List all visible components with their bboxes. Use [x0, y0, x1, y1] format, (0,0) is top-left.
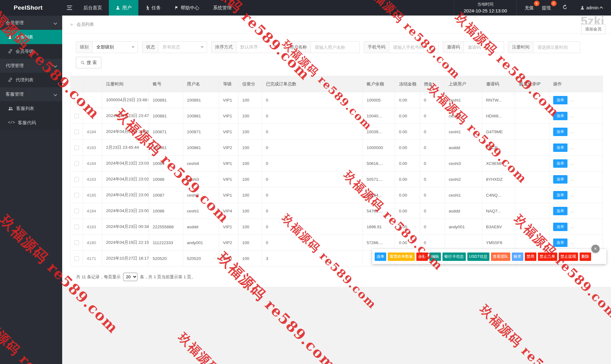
- cell-time: 2024年04月23日 23:46:57: [102, 124, 149, 140]
- nav-item-system[interactable]: 系统管理: [206, 0, 238, 16]
- cell-level: VIP1: [219, 156, 238, 171]
- more-actions[interactable]: ...: [570, 113, 574, 118]
- cell-last_ip: [515, 235, 549, 251]
- more-actions[interactable]: ...: [570, 208, 574, 213]
- more-actions[interactable]: ...: [570, 129, 574, 134]
- liandan-button[interactable]: 连单: [553, 96, 567, 104]
- cell-credit: 100: [238, 124, 262, 140]
- liandan-button[interactable]: 连单: [553, 207, 567, 215]
- liandan-button[interactable]: 连单: [553, 175, 567, 184]
- admin-menu[interactable]: admin: [580, 5, 603, 10]
- action-button[interactable]: 查看团队: [491, 253, 510, 261]
- liandan-button[interactable]: 连单: [553, 239, 567, 247]
- phone-input[interactable]: [389, 42, 438, 53]
- username-input[interactable]: [311, 42, 359, 53]
- invite-input[interactable]: [464, 42, 504, 53]
- sidebar-group-members[interactable]: 会员管理: [0, 16, 62, 30]
- action-button[interactable]: 删除: [580, 253, 591, 261]
- action-button[interactable]: 重置抢单数量: [388, 253, 415, 261]
- close-icon[interactable]: ×: [591, 245, 599, 253]
- status-value: 所有状态: [159, 42, 184, 53]
- cell-id: [83, 92, 102, 108]
- more-actions[interactable]: ...: [570, 177, 574, 181]
- row-checkbox[interactable]: [74, 193, 79, 198]
- regtime-input[interactable]: [534, 42, 580, 53]
- more-actions[interactable]: ...: [570, 161, 574, 166]
- row-checkbox[interactable]: [74, 161, 79, 166]
- recharge-link[interactable]: 充值 6: [525, 5, 534, 11]
- liandan-button[interactable]: 连单: [553, 128, 567, 136]
- code-icon: </>: [8, 121, 15, 125]
- liandan-button[interactable]: 连单: [553, 191, 567, 199]
- row-checkbox[interactable]: [74, 256, 79, 261]
- sidebar-item-member-list[interactable]: 会员列表: [0, 30, 62, 44]
- search-button[interactable]: 搜 索: [76, 57, 101, 68]
- cell-invite: NAQ7...: [482, 203, 515, 219]
- more-actions[interactable]: ...: [570, 98, 574, 102]
- nav-item-tasks[interactable]: 任务: [138, 0, 168, 16]
- action-button[interactable]: 禁用: [525, 253, 536, 261]
- nav-item-help[interactable]: 帮助中心: [168, 0, 206, 16]
- refresh-icon[interactable]: [562, 4, 568, 11]
- row-checkbox[interactable]: [74, 130, 79, 134]
- nav-item-users[interactable]: 用户: [109, 0, 138, 16]
- cell-level: VIP2: [219, 235, 238, 251]
- action-button[interactable]: 连单: [375, 253, 386, 261]
- row-checkbox[interactable]: [74, 114, 79, 118]
- action-button[interactable]: 银行卡信息: [442, 253, 466, 261]
- user-icon: [116, 6, 120, 10]
- sidebar-item-member-level[interactable]: 会员等级: [0, 44, 62, 58]
- sort-select[interactable]: 排序方式 默认排序: [211, 41, 281, 53]
- sidebar-label: 客服管理: [6, 91, 24, 97]
- row-checkbox[interactable]: [74, 145, 79, 150]
- cell-commission: 0: [420, 187, 445, 203]
- nav-item-home[interactable]: 后台首页: [76, 0, 109, 16]
- sidebar-item-service-list[interactable]: 客服列表: [0, 101, 62, 116]
- cell-username: ceshi4: [183, 156, 219, 171]
- cell-account: 10088: [149, 171, 183, 187]
- flag-icon: [174, 6, 178, 10]
- liandan-button[interactable]: 连单: [553, 223, 567, 231]
- sidebar-group-service[interactable]: 客服管理: [0, 87, 62, 101]
- row-checkbox[interactable]: [74, 225, 79, 229]
- sidebar-item-service-code[interactable]: </> 客服代码: [0, 116, 62, 130]
- cell-last_ip: [515, 124, 549, 140]
- row-checkbox[interactable]: [74, 177, 79, 182]
- more-actions[interactable]: ...: [570, 145, 574, 150]
- action-button[interactable]: 余额: [416, 253, 428, 261]
- liandan-button[interactable]: 连单: [553, 159, 567, 168]
- add-member-button[interactable]: 添加会员: [581, 24, 605, 34]
- cell-orders: 0: [262, 140, 363, 156]
- cell-parent: ceshi1: [445, 187, 482, 203]
- cell-level: VIP1: [219, 187, 238, 203]
- level-select[interactable]: 级别 全部级别: [76, 41, 138, 53]
- nav-label: 系统管理: [213, 5, 232, 11]
- column-header: [71, 76, 83, 92]
- status-select[interactable]: 状态 所有状态: [142, 41, 207, 53]
- more-actions[interactable]: ...: [570, 224, 574, 229]
- cell-orders: 0: [262, 219, 363, 235]
- cell-balance: 50571....: [363, 171, 395, 187]
- menu-toggle-icon[interactable]: [62, 0, 76, 16]
- action-button[interactable]: 禁止提现: [559, 253, 578, 261]
- more-actions[interactable]: ...: [570, 193, 574, 197]
- liandan-button[interactable]: 连单: [553, 143, 567, 152]
- per-page-select[interactable]: 20: [123, 273, 137, 281]
- action-button[interactable]: 编辑: [429, 253, 441, 261]
- cell-frozen: 0.00: [395, 203, 420, 219]
- action-button[interactable]: USDT信息: [467, 253, 489, 261]
- cell-frozen: 0.00: [395, 140, 420, 156]
- action-button[interactable]: 禁止抢单: [538, 253, 557, 261]
- action-button[interactable]: 账变: [512, 253, 523, 261]
- sidebar-item-agent-list[interactable]: 代理列表: [0, 73, 62, 87]
- row-checkbox[interactable]: [74, 240, 79, 245]
- more-actions[interactable]: ...: [570, 240, 574, 245]
- liandan-button[interactable]: 连单: [553, 112, 567, 120]
- row-checkbox[interactable]: [74, 209, 79, 213]
- sidebar-group-agents[interactable]: 代理管理: [0, 58, 62, 73]
- cell-username: andy001: [183, 235, 219, 251]
- row-checkbox[interactable]: [74, 98, 79, 102]
- column-header: 上级用户: [445, 76, 482, 92]
- cell-frozen: 0.00: [395, 235, 420, 251]
- withdraw-link[interactable]: 提现 0: [542, 5, 551, 11]
